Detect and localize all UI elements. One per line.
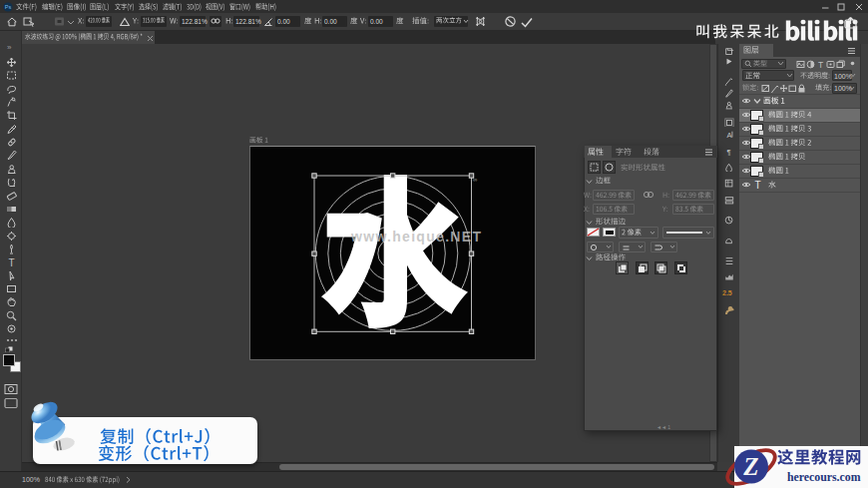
svg-text:¶: ¶: [727, 148, 731, 157]
svg-text:T: T: [818, 60, 823, 69]
svg-text:T: T: [8, 257, 14, 268]
svg-text:T: T: [754, 180, 760, 190]
svg-text:Z: Z: [742, 453, 758, 480]
svg-text:A: A: [727, 131, 732, 140]
svg-text:Ps: Ps: [5, 4, 12, 10]
